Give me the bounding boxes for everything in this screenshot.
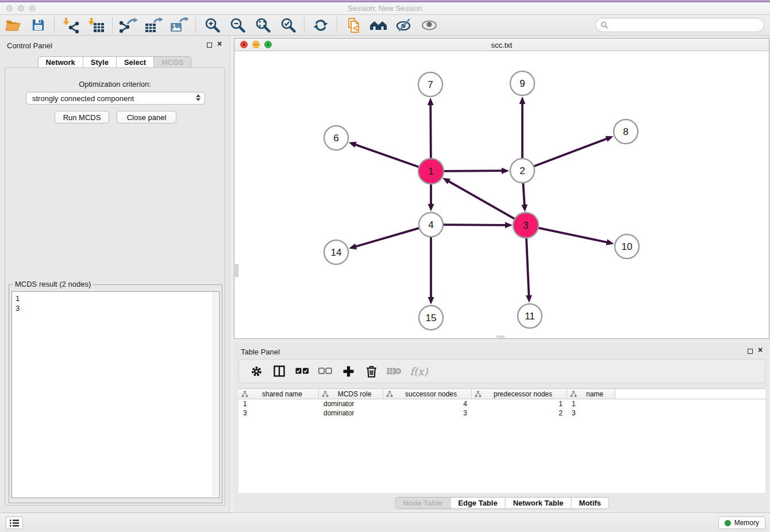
mcds-result-item[interactable]: 3 (16, 303, 219, 313)
column-header-name[interactable]: name (567, 389, 615, 399)
cell-predecessor-nodes[interactable]: 1 (472, 399, 567, 408)
import-network-button[interactable] (60, 17, 82, 34)
network-view-window: × − + scc.txt 7968124314101511 (234, 38, 769, 339)
cell-name[interactable]: 1 (567, 399, 615, 408)
export-image-icon (170, 17, 188, 33)
tab-network-table[interactable]: Network Table (505, 498, 571, 508)
show-all-button[interactable] (418, 17, 440, 34)
export-image-button[interactable] (168, 17, 190, 34)
horizontal-scrollbar[interactable] (496, 336, 505, 338)
edge-3-1[interactable] (448, 181, 515, 219)
edge-3-10[interactable] (538, 228, 608, 242)
window-title: Session: New Session (0, 4, 770, 13)
plus-icon (343, 366, 354, 377)
tab-mcds[interactable]: MCDS (153, 57, 191, 68)
delete-table-button[interactable] (383, 363, 406, 380)
column-hierarchy-icon (570, 391, 577, 398)
task-history-button[interactable] (6, 516, 23, 529)
close-table-panel-icon[interactable]: × (758, 345, 763, 354)
network-window-titlebar[interactable]: × − + scc.txt (234, 38, 769, 51)
zoom-in-button[interactable] (201, 17, 223, 34)
node-label-6: 6 (333, 133, 338, 144)
mcds-result-group: MCDS result (2 nodes) 13 (9, 284, 222, 503)
mcds-tab-content: Optimization criterion: strongly connect… (5, 67, 225, 506)
add-column-button[interactable] (337, 363, 360, 380)
network-canvas[interactable]: 7968124314101511 (234, 51, 769, 339)
hide-selected-button[interactable] (393, 17, 415, 34)
search-input[interactable] (611, 20, 764, 31)
edge-2-8[interactable] (534, 138, 608, 166)
float-table-panel-icon[interactable] (748, 349, 753, 354)
cell-predecessor-nodes[interactable]: 2 (472, 408, 567, 418)
edge-1-6[interactable] (355, 144, 419, 167)
deselect-all-button[interactable] (314, 363, 337, 380)
homes-button[interactable] (368, 17, 390, 34)
table-header-row: shared nameMCDS rolesuccessor nodesprede… (238, 388, 765, 399)
copy-network-button[interactable] (342, 17, 364, 34)
cell-name[interactable]: 3 (567, 408, 615, 418)
column-header-successor-nodes[interactable]: successor nodes (383, 389, 472, 399)
table-panel-title: Table Panel (241, 348, 280, 356)
zoom-fit-button[interactable] (252, 17, 274, 34)
node-label-1: 1 (428, 166, 433, 177)
tab-motifs[interactable]: Motifs (571, 498, 609, 508)
zoom-out-button[interactable] (226, 17, 248, 34)
memory-status-icon (725, 520, 731, 526)
open-session-button[interactable] (2, 17, 24, 34)
edge-1-7[interactable] (430, 104, 431, 159)
select-all-button[interactable] (291, 363, 314, 380)
edge-2-3[interactable] (523, 183, 524, 206)
cell-MCDS-role[interactable]: dominator (319, 408, 383, 418)
zoom-selected-icon (280, 17, 296, 33)
edge-4-3[interactable] (444, 225, 506, 225)
table-row[interactable]: 3dominator323 (238, 408, 765, 418)
edge-4-14[interactable] (355, 228, 419, 246)
tab-select[interactable]: Select (116, 57, 153, 68)
tab-network[interactable]: Network (38, 57, 83, 68)
function-builder-button[interactable]: f(x) (406, 363, 432, 380)
memory-button[interactable]: Memory (718, 516, 765, 529)
cell-successor-nodes[interactable]: 3 (383, 408, 472, 418)
zoom-selected-button[interactable] (277, 17, 299, 34)
mcds-result-item[interactable]: 1 (16, 294, 219, 303)
zoom-fit-icon (255, 17, 271, 33)
run-mcds-button[interactable]: Run MCDS (55, 111, 109, 124)
edge-3-11[interactable] (526, 238, 529, 296)
delete-column-button[interactable] (360, 363, 383, 380)
cell-successor-nodes[interactable]: 4 (383, 399, 472, 408)
column-header-predecessor-nodes[interactable]: predecessor nodes (472, 389, 567, 399)
edge-1-2[interactable] (444, 171, 503, 171)
column-header-MCDS-role[interactable]: MCDS role (319, 389, 383, 399)
cell-MCDS-role[interactable]: dominator (319, 399, 383, 408)
float-panel-icon[interactable] (207, 43, 212, 48)
table-settings-button[interactable] (245, 363, 268, 380)
dropdown-stepper-icon (196, 94, 201, 101)
cell-shared-name[interactable]: 3 (238, 408, 319, 418)
vertical-scrollbar[interactable] (235, 264, 238, 277)
search-field[interactable] (595, 18, 764, 32)
close-panel-icon[interactable]: × (217, 39, 222, 48)
node-label-8: 8 (623, 126, 628, 137)
tab-edge-table[interactable]: Edge Table (450, 498, 505, 508)
save-session-button[interactable] (27, 17, 49, 34)
export-network-button[interactable] (118, 17, 140, 34)
close-panel-button[interactable]: Close panel (117, 111, 176, 124)
tab-style[interactable]: Style (83, 57, 116, 68)
export-table-button[interactable] (143, 17, 165, 34)
column-header-shared-name[interactable]: shared name (238, 389, 319, 399)
mcds-result-list[interactable]: 13 (11, 291, 220, 498)
tab-node-table[interactable]: Node Table (395, 498, 450, 508)
show-columns-button[interactable] (268, 363, 291, 380)
gear-icon (251, 365, 263, 377)
import-table-button[interactable] (85, 17, 107, 34)
network-view-title: scc.txt (234, 41, 769, 49)
column-hierarchy-icon (386, 391, 393, 398)
dropdown-value: strongly connected component (32, 94, 134, 103)
refresh-button[interactable] (310, 17, 332, 34)
refresh-icon (313, 18, 329, 33)
table-row[interactable]: 1dominator411 (238, 399, 765, 408)
cell-shared-name[interactable]: 1 (238, 399, 319, 408)
optimization-dropdown[interactable]: strongly connected component (26, 92, 205, 105)
list-scrollbar-track[interactable] (213, 292, 218, 497)
column-header-label: name (577, 390, 615, 398)
